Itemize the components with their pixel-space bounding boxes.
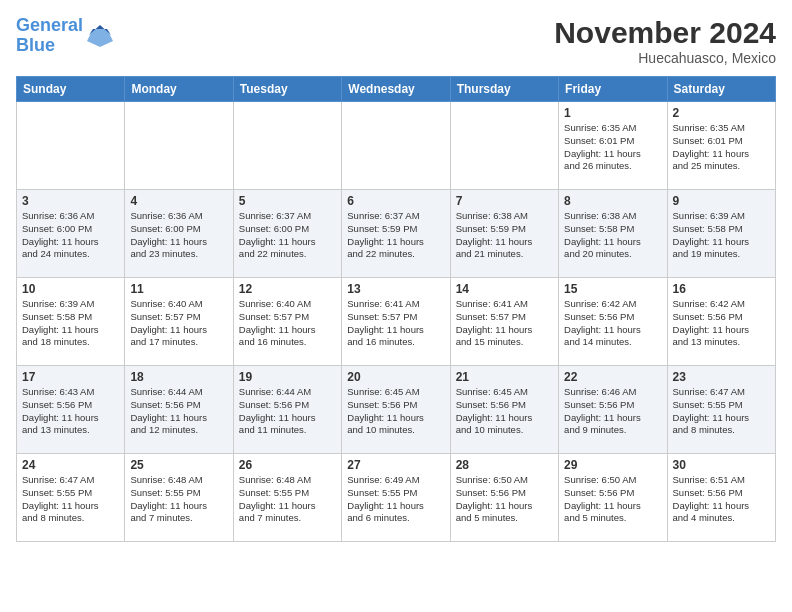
day-info: Sunrise: 6:41 AM Sunset: 5:57 PM Dayligh… [347,298,444,349]
title-block: November 2024 Huecahuasco, Mexico [554,16,776,66]
logo: General Blue [16,16,115,56]
calendar-cell: 20Sunrise: 6:45 AM Sunset: 5:56 PM Dayli… [342,366,450,454]
calendar-cell: 19Sunrise: 6:44 AM Sunset: 5:56 PM Dayli… [233,366,341,454]
calendar-cell: 28Sunrise: 6:50 AM Sunset: 5:56 PM Dayli… [450,454,558,542]
week-row-4: 17Sunrise: 6:43 AM Sunset: 5:56 PM Dayli… [17,366,776,454]
day-header-wednesday: Wednesday [342,77,450,102]
day-number: 2 [673,106,770,120]
day-info: Sunrise: 6:38 AM Sunset: 5:58 PM Dayligh… [564,210,661,261]
svg-marker-0 [87,29,113,47]
calendar-cell: 8Sunrise: 6:38 AM Sunset: 5:58 PM Daylig… [559,190,667,278]
day-info: Sunrise: 6:42 AM Sunset: 5:56 PM Dayligh… [564,298,661,349]
header: General Blue November 2024 Huecahuasco, … [16,16,776,66]
calendar-cell [17,102,125,190]
calendar-cell: 6Sunrise: 6:37 AM Sunset: 5:59 PM Daylig… [342,190,450,278]
day-info: Sunrise: 6:44 AM Sunset: 5:56 PM Dayligh… [239,386,336,437]
calendar-cell: 1Sunrise: 6:35 AM Sunset: 6:01 PM Daylig… [559,102,667,190]
day-info: Sunrise: 6:51 AM Sunset: 5:56 PM Dayligh… [673,474,770,525]
logo-line2: Blue [16,35,55,55]
day-number: 15 [564,282,661,296]
location: Huecahuasco, Mexico [554,50,776,66]
day-number: 14 [456,282,553,296]
day-info: Sunrise: 6:48 AM Sunset: 5:55 PM Dayligh… [239,474,336,525]
calendar-cell: 14Sunrise: 6:41 AM Sunset: 5:57 PM Dayli… [450,278,558,366]
day-header-thursday: Thursday [450,77,558,102]
day-number: 22 [564,370,661,384]
day-header-friday: Friday [559,77,667,102]
day-info: Sunrise: 6:46 AM Sunset: 5:56 PM Dayligh… [564,386,661,437]
day-info: Sunrise: 6:37 AM Sunset: 5:59 PM Dayligh… [347,210,444,261]
calendar-table: SundayMondayTuesdayWednesdayThursdayFrid… [16,76,776,542]
day-info: Sunrise: 6:35 AM Sunset: 6:01 PM Dayligh… [564,122,661,173]
calendar-cell: 7Sunrise: 6:38 AM Sunset: 5:59 PM Daylig… [450,190,558,278]
day-info: Sunrise: 6:38 AM Sunset: 5:59 PM Dayligh… [456,210,553,261]
day-number: 10 [22,282,119,296]
day-number: 23 [673,370,770,384]
calendar-cell: 18Sunrise: 6:44 AM Sunset: 5:56 PM Dayli… [125,366,233,454]
day-info: Sunrise: 6:45 AM Sunset: 5:56 PM Dayligh… [456,386,553,437]
calendar-cell: 3Sunrise: 6:36 AM Sunset: 6:00 PM Daylig… [17,190,125,278]
calendar-cell: 30Sunrise: 6:51 AM Sunset: 5:56 PM Dayli… [667,454,775,542]
week-row-1: 1Sunrise: 6:35 AM Sunset: 6:01 PM Daylig… [17,102,776,190]
day-number: 27 [347,458,444,472]
calendar-cell: 11Sunrise: 6:40 AM Sunset: 5:57 PM Dayli… [125,278,233,366]
day-number: 29 [564,458,661,472]
day-info: Sunrise: 6:50 AM Sunset: 5:56 PM Dayligh… [456,474,553,525]
day-header-monday: Monday [125,77,233,102]
calendar-cell: 12Sunrise: 6:40 AM Sunset: 5:57 PM Dayli… [233,278,341,366]
calendar-cell [450,102,558,190]
day-info: Sunrise: 6:43 AM Sunset: 5:56 PM Dayligh… [22,386,119,437]
day-number: 11 [130,282,227,296]
day-info: Sunrise: 6:44 AM Sunset: 5:56 PM Dayligh… [130,386,227,437]
day-number: 16 [673,282,770,296]
day-header-tuesday: Tuesday [233,77,341,102]
week-row-5: 24Sunrise: 6:47 AM Sunset: 5:55 PM Dayli… [17,454,776,542]
calendar-cell: 29Sunrise: 6:50 AM Sunset: 5:56 PM Dayli… [559,454,667,542]
calendar-cell: 27Sunrise: 6:49 AM Sunset: 5:55 PM Dayli… [342,454,450,542]
calendar-cell [233,102,341,190]
day-info: Sunrise: 6:40 AM Sunset: 5:57 PM Dayligh… [239,298,336,349]
day-info: Sunrise: 6:42 AM Sunset: 5:56 PM Dayligh… [673,298,770,349]
day-info: Sunrise: 6:47 AM Sunset: 5:55 PM Dayligh… [673,386,770,437]
day-number: 28 [456,458,553,472]
day-info: Sunrise: 6:35 AM Sunset: 6:01 PM Dayligh… [673,122,770,173]
calendar-cell: 17Sunrise: 6:43 AM Sunset: 5:56 PM Dayli… [17,366,125,454]
day-number: 5 [239,194,336,208]
calendar-cell: 4Sunrise: 6:36 AM Sunset: 6:00 PM Daylig… [125,190,233,278]
day-info: Sunrise: 6:39 AM Sunset: 5:58 PM Dayligh… [22,298,119,349]
calendar-cell [342,102,450,190]
month-title: November 2024 [554,16,776,50]
calendar-cell: 5Sunrise: 6:37 AM Sunset: 6:00 PM Daylig… [233,190,341,278]
day-number: 3 [22,194,119,208]
logo-icon [85,21,115,51]
calendar-cell: 24Sunrise: 6:47 AM Sunset: 5:55 PM Dayli… [17,454,125,542]
day-info: Sunrise: 6:49 AM Sunset: 5:55 PM Dayligh… [347,474,444,525]
week-row-2: 3Sunrise: 6:36 AM Sunset: 6:00 PM Daylig… [17,190,776,278]
week-row-3: 10Sunrise: 6:39 AM Sunset: 5:58 PM Dayli… [17,278,776,366]
calendar-cell: 22Sunrise: 6:46 AM Sunset: 5:56 PM Dayli… [559,366,667,454]
day-info: Sunrise: 6:48 AM Sunset: 5:55 PM Dayligh… [130,474,227,525]
day-number: 30 [673,458,770,472]
calendar-cell [125,102,233,190]
page: General Blue November 2024 Huecahuasco, … [0,0,792,612]
calendar-cell: 13Sunrise: 6:41 AM Sunset: 5:57 PM Dayli… [342,278,450,366]
calendar-cell: 9Sunrise: 6:39 AM Sunset: 5:58 PM Daylig… [667,190,775,278]
day-number: 8 [564,194,661,208]
day-number: 21 [456,370,553,384]
day-number: 24 [22,458,119,472]
calendar-cell: 23Sunrise: 6:47 AM Sunset: 5:55 PM Dayli… [667,366,775,454]
calendar-cell: 21Sunrise: 6:45 AM Sunset: 5:56 PM Dayli… [450,366,558,454]
calendar-cell: 15Sunrise: 6:42 AM Sunset: 5:56 PM Dayli… [559,278,667,366]
day-number: 1 [564,106,661,120]
day-header-saturday: Saturday [667,77,775,102]
day-info: Sunrise: 6:40 AM Sunset: 5:57 PM Dayligh… [130,298,227,349]
day-number: 6 [347,194,444,208]
day-info: Sunrise: 6:36 AM Sunset: 6:00 PM Dayligh… [22,210,119,261]
day-number: 26 [239,458,336,472]
days-header-row: SundayMondayTuesdayWednesdayThursdayFrid… [17,77,776,102]
calendar-cell: 10Sunrise: 6:39 AM Sunset: 5:58 PM Dayli… [17,278,125,366]
day-number: 12 [239,282,336,296]
day-number: 13 [347,282,444,296]
day-info: Sunrise: 6:37 AM Sunset: 6:00 PM Dayligh… [239,210,336,261]
logo-line1: General [16,15,83,35]
